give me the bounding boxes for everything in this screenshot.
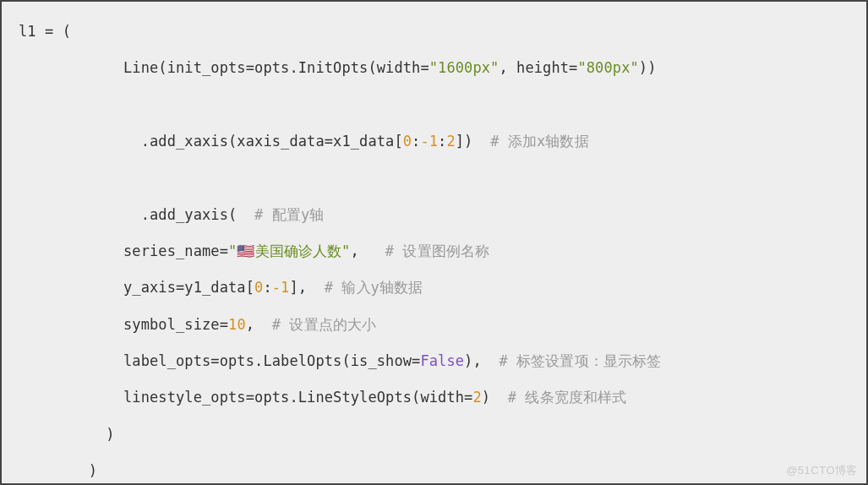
comment: # 标签设置项：显示标签 xyxy=(499,352,661,369)
code-text: : xyxy=(438,133,446,150)
code-text: , xyxy=(246,316,272,333)
string-literal: 美国确诊人数 xyxy=(255,243,342,259)
number-literal: 2 xyxy=(472,389,481,406)
code-line-4a: .add_yaxis( xyxy=(19,206,254,223)
code-text: : xyxy=(263,279,271,296)
comment: # 配置y轴 xyxy=(254,206,324,223)
code-text: , height= xyxy=(499,59,577,76)
code-line-6a: y_axis=y1_data[ xyxy=(19,279,254,296)
number-literal: 2 xyxy=(446,133,455,150)
number-literal: 0 xyxy=(254,279,263,296)
string-close-quote: " xyxy=(341,243,350,259)
watermark: @51CTO博客 xyxy=(786,463,858,478)
code-text: )) xyxy=(639,59,657,76)
code-line-3a: .add_xaxis(xaxis_data=x1_data[ xyxy=(19,133,403,150)
code-line-10: ) xyxy=(19,426,115,443)
code-text: ), xyxy=(464,352,499,369)
comment: # 设置点的大小 xyxy=(272,316,376,333)
string-literal: "1600px" xyxy=(429,59,500,76)
code-text: : xyxy=(412,133,420,150)
code-text: ) xyxy=(482,389,508,406)
number-literal: -1 xyxy=(272,279,290,296)
comment: # 添加x轴数据 xyxy=(490,133,589,150)
flag-icon: 🇺🇸 xyxy=(237,243,254,259)
string-literal: "800px" xyxy=(577,59,638,76)
code-line-7a: symbol_size= xyxy=(19,316,228,333)
code-block-frame: l1 = ( Line(init_opts=opts.InitOpts(widt… xyxy=(0,0,868,485)
code-line-5a: series_name= xyxy=(19,243,228,259)
code-line-1: l1 = ( xyxy=(19,23,71,40)
number-literal: -1 xyxy=(420,133,438,150)
code-text: ], xyxy=(289,279,324,296)
number-literal: 0 xyxy=(403,133,412,150)
code-line-9a: linestyle_opts=opts.LineStyleOpts(width= xyxy=(19,389,472,406)
string-open-quote: " xyxy=(228,243,237,259)
constant-literal: False xyxy=(420,352,464,369)
code-line-2a: Line(init_opts=opts.InitOpts(width= xyxy=(19,59,429,76)
code-line-11: ) xyxy=(19,462,97,479)
code-line-8a: label_opts=opts.LabelOpts(is_show= xyxy=(19,352,420,369)
code-text: ]) xyxy=(456,133,490,150)
comment: # 线条宽度和样式 xyxy=(508,389,626,406)
number-literal: 10 xyxy=(228,316,246,333)
comment: # 设置图例名称 xyxy=(385,243,489,259)
comment: # 输入y轴数据 xyxy=(325,279,423,296)
code-block: l1 = ( Line(init_opts=opts.InitOpts(widt… xyxy=(19,14,853,485)
code-text: , xyxy=(350,243,385,259)
